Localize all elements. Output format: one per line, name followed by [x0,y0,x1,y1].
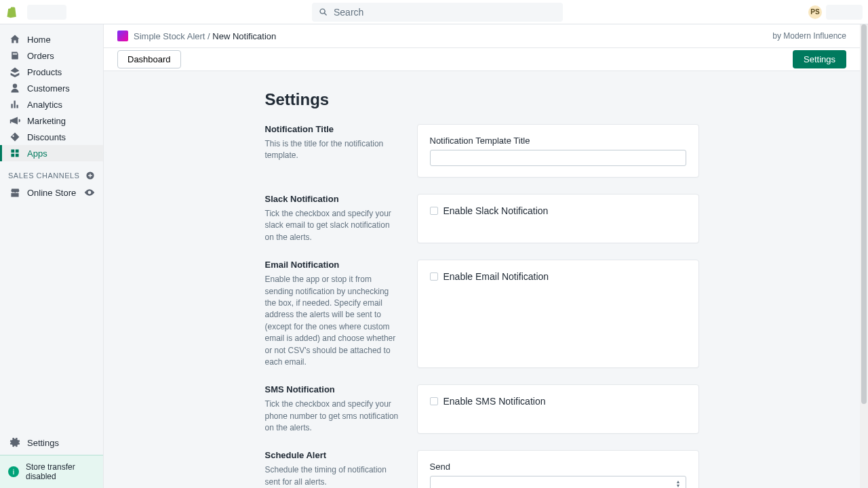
scrollbar[interactable] [860,24,868,488]
analytics-icon [9,99,20,110]
apps-icon [9,148,20,159]
section-slack: Slack Notification Tick the checkbox and… [265,194,699,243]
sidebar-item-orders[interactable]: Orders [0,47,103,64]
orders-icon [9,50,20,61]
add-channel-icon[interactable] [85,171,95,180]
sidebar-item-products[interactable]: Products [0,64,103,80]
section-desc: Tick the checkbox and specify your slack… [265,208,401,243]
info-icon: i [8,466,19,477]
checkbox-label: Enable Email Notification [443,271,549,282]
shopify-logo [5,5,19,19]
marketing-icon [9,115,20,126]
sidebar-item-discounts[interactable]: Discounts [0,129,103,145]
account-menu[interactable] [826,5,863,20]
app-icon [117,30,128,41]
field-label: Notification Template Title [430,136,686,146]
content: Settings Notification Title This is the … [104,71,860,488]
schedule-select[interactable] [430,476,686,488]
section-email: Email Notification Enable the app or sto… [265,260,699,368]
section-heading: Email Notification [265,260,401,270]
sidebar-item-home[interactable]: Home [0,31,103,47]
page-title: Settings [265,90,699,109]
settings-button[interactable]: Settings [793,50,846,68]
avatar[interactable]: PS [808,5,822,19]
store-selector[interactable] [27,5,66,20]
home-icon [9,34,20,45]
view-store-icon[interactable] [84,187,95,198]
byline: by Modern Influence [772,31,846,41]
checkbox-label: Enable Slack Notification [443,205,549,216]
store-icon [9,187,20,198]
section-heading: Slack Notification [265,194,401,204]
customers-icon [9,83,20,94]
section-heading: SMS Notification [265,384,401,394]
sidebar-item-online-store[interactable]: Online Store [0,184,103,201]
search-input-wrap[interactable]: Search [312,3,563,22]
section-notification-title: Notification Title This is the title for… [265,124,699,178]
main: Simple Stock Alert / New Notification by… [104,24,860,488]
sidebar-item-apps[interactable]: Apps [0,145,103,161]
topbar: Search PS [0,0,868,24]
section-heading: Schedule Alert [265,450,401,460]
notification-title-input[interactable] [430,150,686,166]
section-desc: Enable the app or stop it from sending n… [265,274,401,368]
section-desc: Schedule the timing of notification sent… [265,464,401,488]
sidebar-item-marketing[interactable]: Marketing [0,113,103,129]
discounts-icon [9,131,20,142]
breadcrumb: Simple Stock Alert / New Notification [134,31,276,41]
scrollbar-thumb[interactable] [861,24,867,404]
slack-checkbox[interactable] [430,207,438,215]
app-header: Simple Stock Alert / New Notification by… [104,24,860,48]
section-heading: Notification Title [265,124,401,134]
dashboard-button[interactable]: Dashboard [117,50,181,68]
sales-channels-header: SALES CHANNELS [0,161,103,184]
sidebar-item-customers[interactable]: Customers [0,80,103,96]
transfer-notice: i Store transfer disabled [0,455,103,488]
section-sms: SMS Notification Tick the checkbox and s… [265,384,699,434]
email-checkbox[interactable] [430,272,438,281]
section-desc: This is the title for the notification t… [265,138,401,162]
app-toolbar: Dashboard Settings [104,48,860,71]
checkbox-label: Enable SMS Notification [443,396,546,407]
sidebar: Home Orders Products Customers Analytics… [0,24,104,488]
sidebar-item-settings[interactable]: Settings [0,430,103,455]
field-label: Send [430,462,686,472]
search-placeholder: Search [334,7,363,18]
products-icon [9,66,20,77]
sidebar-item-analytics[interactable]: Analytics [0,96,103,113]
sms-checkbox[interactable] [430,397,438,405]
section-schedule: Schedule Alert Schedule the timing of no… [265,450,699,488]
section-desc: Tick the checkbox and specify your phone… [265,399,401,434]
search-icon [319,7,328,17]
gear-icon [9,437,20,448]
